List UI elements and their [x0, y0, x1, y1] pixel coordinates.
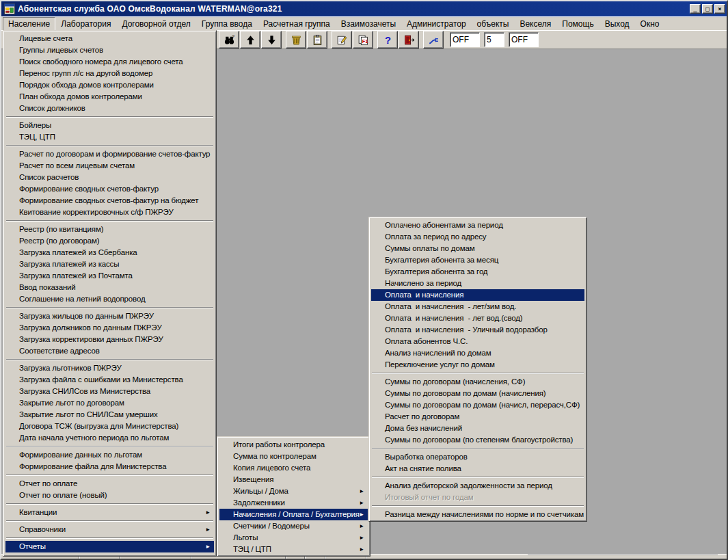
menu-item-reports-7[interactable]: Счетчики / Водомеры►: [219, 520, 368, 532]
menu-item-accruals-14[interactable]: Суммы по договорам (начисления, СФ): [371, 376, 584, 388]
menu-item-accruals-22[interactable]: Акт на снятие полива: [371, 463, 584, 475]
menu-item-accruals-11[interactable]: Анализ начислений по домам: [371, 347, 584, 359]
menu-item-reports-3[interactable]: Извещения: [219, 474, 368, 485]
menu-item-accruals-18[interactable]: Дома без начислений: [371, 423, 584, 434]
menu-item-population-9[interactable]: ТЭЦ, ЦТП: [5, 131, 214, 143]
menu-item-population-21[interactable]: Загрузка платежей из кассы: [5, 258, 214, 270]
menu-item-population-13[interactable]: Список расчетов: [5, 172, 214, 183]
menubar-item-9[interactable]: Помощь: [556, 17, 599, 31]
menubar-item-4[interactable]: Расчетная группа: [258, 17, 336, 31]
menu-item-population-24[interactable]: Соглашение на летний водопровод: [5, 293, 214, 305]
menu-item-population-35[interactable]: Закрытие льгот по СНИЛСам умерших: [5, 409, 214, 421]
menu-item-population-26[interactable]: Загрузка жильцов по данным ПЖРЭУ: [5, 310, 214, 322]
menu-item-population-34[interactable]: Закрытие льгот по договорам: [5, 397, 214, 409]
menu-item-reports-0[interactable]: Итоги работы контролера: [219, 439, 368, 451]
menu-item-accruals-10[interactable]: Оплата абонентов Ч.С.: [371, 336, 584, 347]
menu-item-population-22[interactable]: Загрузка платежей из Почтамта: [5, 270, 214, 282]
maximize-button[interactable]: □: [702, 4, 713, 14]
toolbar-field-3[interactable]: [509, 32, 539, 47]
menu-item-population-45[interactable]: Квитанции►: [5, 507, 214, 518]
menu-item-population-19[interactable]: Реестр (по договорам): [5, 235, 214, 247]
menu-item-population-43[interactable]: Отчет по оплате (новый): [5, 490, 214, 501]
menu-item-population-6[interactable]: Список должников: [5, 103, 214, 114]
menu-item-accruals-6[interactable]: Оплата и начисления: [371, 289, 584, 301]
connect-button[interactable]: [423, 31, 444, 49]
menu-item-accruals-16[interactable]: Суммы по договорам по домам (начисл, пер…: [371, 399, 584, 411]
close-button[interactable]: ×: [714, 4, 725, 14]
menu-item-reports-9[interactable]: ТЭЦ / ЦТП►: [219, 544, 368, 555]
up-arrow-button[interactable]: [240, 31, 260, 49]
menu-item-accruals-8[interactable]: Оплата и начисления - лет вод.(свод): [371, 312, 584, 324]
delete-button[interactable]: [286, 31, 306, 49]
clipboard-button[interactable]: [307, 31, 327, 49]
menubar-item-6[interactable]: Администратор: [401, 17, 472, 31]
menu-item-population-29[interactable]: Соответствие адресов: [5, 345, 214, 357]
menu-item-population-28[interactable]: Загрузка корректировки данных ПЖРЭУ: [5, 334, 214, 345]
menubar-item-2[interactable]: Договорной отдел: [116, 17, 196, 31]
menubar-item-3[interactable]: Группа ввода: [196, 17, 258, 31]
menu-item-accruals-15[interactable]: Суммы по договорам по домам (начисления): [371, 388, 584, 399]
menu-item-population-20[interactable]: Загрузка платежей из Сбербанка: [5, 247, 214, 258]
menu-item-accruals-9[interactable]: Оплата и начисления - Уличный водоразбор: [371, 324, 584, 336]
menubar-item-5[interactable]: Взаимозачеты: [336, 17, 401, 31]
menubar-item-11[interactable]: Окно: [635, 17, 665, 31]
menu-item-accruals-19[interactable]: Суммы по договорам (по степеням благоуст…: [371, 434, 584, 446]
menu-item-accruals-24[interactable]: Анализ дебиторской задолженности за пери…: [371, 480, 584, 492]
menu-item-accruals-1[interactable]: Оплата за период по адресу: [371, 231, 584, 243]
toolbar-field-2[interactable]: [484, 32, 504, 47]
menu-item-population-8[interactable]: Бойлеры: [5, 120, 214, 131]
menu-item-accruals-12[interactable]: Переключение услуг по домам: [371, 359, 584, 371]
menu-item-population-2[interactable]: Поиск свободного номера для лицевого сче…: [5, 56, 214, 68]
menu-item-population-47[interactable]: Справочники►: [5, 524, 214, 535]
menubar-item-1[interactable]: Лаборатория: [55, 17, 116, 31]
menu-item-reports-8[interactable]: Льготы►: [219, 532, 368, 544]
menu-item-accruals-4[interactable]: Бухгалтерия абонента за год: [371, 266, 584, 278]
menu-item-accruals-5[interactable]: Начислено за период: [371, 278, 584, 289]
menu-item-population-23[interactable]: Ввод показаний: [5, 282, 214, 293]
menu-item-accruals-0[interactable]: Оплачено абонентами за период: [371, 219, 584, 231]
help-button[interactable]: ?: [377, 31, 398, 49]
menu-item-population-27[interactable]: Загрузка должников по данным ПЖРЭУ: [5, 322, 214, 334]
menu-item-reports-6[interactable]: Начисления / Оплата / Бухгалтерия►: [219, 509, 368, 520]
find-button[interactable]: ?: [219, 31, 239, 49]
menu-item-reports-5[interactable]: Задолженники►: [219, 497, 368, 509]
menu-item-population-1[interactable]: Группы лицевых счетов: [5, 44, 214, 56]
menu-item-accruals-17[interactable]: Расчет по договорам: [371, 411, 584, 423]
minimize-button[interactable]: _: [690, 4, 701, 14]
down-arrow-button[interactable]: [261, 31, 282, 49]
menu-item-population-31[interactable]: Загрузка льготников ПЖРЭУ: [5, 362, 214, 374]
menu-item-accruals-2[interactable]: Суммы оплаты по домам: [371, 243, 584, 254]
menu-item-population-12[interactable]: Расчет по всем лицевым счетам: [5, 160, 214, 172]
edit-button[interactable]: [332, 31, 352, 49]
menu-item-reports-1[interactable]: Сумма по контролерам: [219, 451, 368, 462]
menu-item-reports-4[interactable]: Жильцы / Дома►: [219, 485, 368, 497]
menu-item-population-3[interactable]: Перенос групп л/с на другой водомер: [5, 68, 214, 79]
menu-item-accruals-7[interactable]: Оплата и начисления - лет/зим вод.: [371, 301, 584, 312]
menubar-item-10[interactable]: Выход: [599, 17, 635, 31]
menu-item-reports-2[interactable]: Копия лицевого счета: [219, 462, 368, 474]
menu-item-population-36[interactable]: Договора ТСЖ (выгрузка для Министерства): [5, 421, 214, 432]
menu-item-population-11[interactable]: Расчет по договорам и формирование счето…: [5, 148, 214, 160]
menu-item-population-37[interactable]: Дата начала учетного периода по льготам: [5, 432, 214, 444]
menu-item-population-32[interactable]: Загрузка файла с ошибками из Министерств…: [5, 374, 214, 386]
menu-item-accruals-27[interactable]: Разница между начислениями по норме и по…: [371, 509, 584, 520]
menu-item-population-39[interactable]: Формирование данных по льготам: [5, 449, 214, 461]
menu-item-population-49[interactable]: Отчеты►: [5, 541, 214, 552]
menu-item-accruals-3[interactable]: Бухгалтерия абонента за месяц: [371, 254, 584, 266]
menu-item-population-18[interactable]: Реестр (по квитанциям): [5, 224, 214, 235]
menubar-item-7[interactable]: объекты: [472, 17, 515, 31]
toolbar-field-1[interactable]: [450, 32, 480, 47]
menu-item-accruals-21[interactable]: Выработка операторов: [371, 451, 584, 463]
menu-item-population-33[interactable]: Загрузка СНИЛСов из Министерства: [5, 386, 214, 397]
menu-item-accruals-25[interactable]: Итоговый отчет по годам: [371, 492, 584, 503]
menubar-item-8[interactable]: Векселя: [514, 17, 556, 31]
menubar-item-0[interactable]: Население: [3, 17, 55, 31]
menu-item-population-16[interactable]: Квитование корректировочных с/ф ПЖРЭУ: [5, 206, 214, 218]
menu-item-population-42[interactable]: Отчет по оплате: [5, 478, 214, 490]
menu-item-population-40[interactable]: Формирование файла для Министерства: [5, 461, 214, 472]
menu-item-population-4[interactable]: Порядок обхода домов контролерами: [5, 79, 214, 91]
exit-button[interactable]: [399, 31, 419, 49]
menu-item-population-14[interactable]: Формирование сводных счетов-фактур: [5, 183, 214, 195]
copy-f-button[interactable]: F1: [353, 31, 373, 49]
menu-item-population-0[interactable]: Лицевые счета: [5, 33, 214, 44]
